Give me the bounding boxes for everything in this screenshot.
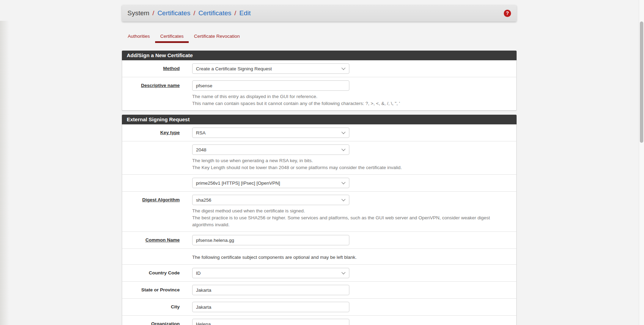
optional-components-note: The following certificate subject compon… bbox=[192, 252, 507, 261]
digest-algorithm-select[interactable]: sha256 bbox=[192, 195, 349, 205]
method-select[interactable]: Create a Certificate Signing Request bbox=[192, 63, 349, 74]
common-name-input[interactable] bbox=[192, 235, 349, 245]
help-icon[interactable]: ? bbox=[504, 10, 511, 17]
descriptive-name-label: Descriptive name bbox=[141, 83, 180, 88]
breadcrumb-item-system: System bbox=[127, 9, 149, 17]
chevron-down-icon bbox=[341, 147, 345, 151]
vertical-scrollbar[interactable] bbox=[639, 0, 644, 325]
breadcrumb-separator: / bbox=[234, 9, 236, 17]
chevron-down-icon bbox=[341, 197, 345, 201]
digest-algorithm-label: Digest Algorithm bbox=[142, 197, 180, 202]
breadcrumb-link-edit[interactable]: Edit bbox=[239, 9, 251, 17]
tab-certificates[interactable]: Certificates bbox=[155, 31, 189, 43]
breadcrumb: System / Certificates / Certificates / E… bbox=[122, 5, 517, 21]
state-input[interactable] bbox=[192, 285, 349, 295]
digest-algorithm-help: The digest method used when the certific… bbox=[192, 208, 507, 228]
key-type-select-value: RSA bbox=[196, 130, 206, 135]
breadcrumb-separator: / bbox=[152, 9, 154, 17]
key-type-select[interactable]: RSA bbox=[192, 128, 349, 138]
form-row-country-code: Country Code ID bbox=[122, 264, 516, 281]
form-row-key-length: 2048 The length to use when generating a… bbox=[122, 141, 516, 174]
form-row-common-name: Common Name bbox=[122, 231, 516, 248]
form-row-ec-curve: prime256v1 [HTTPS] [IPsec] [OpenVPN] bbox=[122, 174, 516, 191]
key-length-help: The length to use when generating a new … bbox=[192, 157, 507, 171]
ec-curve-select[interactable]: prime256v1 [HTTPS] [IPsec] [OpenVPN] bbox=[192, 178, 349, 188]
method-label: Method bbox=[163, 66, 180, 71]
country-code-select-value: ID bbox=[196, 271, 201, 276]
form-row-digest-algorithm: Digest Algorithm sha256 The digest metho… bbox=[122, 191, 516, 231]
form-row-state: State or Province bbox=[122, 281, 516, 298]
digest-algorithm-select-value: sha256 bbox=[196, 197, 211, 203]
scrollbar-thumb[interactable] bbox=[640, 21, 643, 143]
panel-external-signing-request: External Signing Request Key type RSA 20… bbox=[122, 115, 517, 325]
chevron-down-icon bbox=[341, 180, 345, 184]
panel-header: External Signing Request bbox=[122, 115, 517, 124]
tab-bar: Authorities Certificates Certificate Rev… bbox=[122, 31, 517, 43]
organization-input[interactable] bbox=[192, 319, 349, 325]
page-container: System / Certificates / Certificates / E… bbox=[122, 5, 517, 325]
country-code-label: Country Code bbox=[149, 270, 180, 275]
chevron-down-icon bbox=[341, 270, 345, 274]
panel-add-sign-certificate: Add/Sign a New Certificate Method Create… bbox=[122, 51, 517, 111]
chevron-down-icon bbox=[341, 130, 345, 134]
form-row-key-type: Key type RSA bbox=[122, 124, 516, 141]
descriptive-name-help: The name of this entry as displayed in t… bbox=[192, 93, 507, 107]
city-input[interactable] bbox=[192, 302, 349, 312]
breadcrumb-separator: / bbox=[194, 9, 195, 17]
tab-certificate-revocation[interactable]: Certificate Revocation bbox=[189, 31, 245, 43]
ec-curve-select-value: prime256v1 [HTTPS] [IPsec] [OpenVPN] bbox=[196, 181, 280, 186]
key-length-select-value: 2048 bbox=[196, 147, 206, 152]
breadcrumb-link-certificates-1[interactable]: Certificates bbox=[158, 9, 190, 17]
key-length-select[interactable]: 2048 bbox=[192, 144, 349, 155]
form-row-organization: Organization bbox=[122, 315, 516, 325]
left-edge-shadow bbox=[0, 21, 9, 325]
method-select-value: Create a Certificate Signing Request bbox=[196, 66, 272, 71]
country-code-select[interactable]: ID bbox=[192, 268, 349, 278]
form-row-city: City bbox=[122, 298, 516, 315]
city-label: City bbox=[171, 304, 180, 309]
key-type-label: Key type bbox=[160, 130, 180, 135]
tab-authorities[interactable]: Authorities bbox=[123, 31, 155, 43]
form-row-optional-note: The following certificate subject compon… bbox=[122, 248, 516, 264]
state-label: State or Province bbox=[141, 287, 180, 292]
form-row-descriptive-name: Descriptive name The name of this entry … bbox=[122, 77, 516, 110]
form-row-method: Method Create a Certificate Signing Requ… bbox=[122, 60, 516, 77]
common-name-label: Common Name bbox=[145, 237, 180, 243]
organization-label: Organization bbox=[151, 321, 180, 325]
panel-header: Add/Sign a New Certificate bbox=[122, 51, 517, 60]
chevron-down-icon bbox=[341, 66, 345, 70]
descriptive-name-input[interactable] bbox=[192, 80, 349, 91]
breadcrumb-link-certificates-2[interactable]: Certificates bbox=[198, 9, 231, 17]
